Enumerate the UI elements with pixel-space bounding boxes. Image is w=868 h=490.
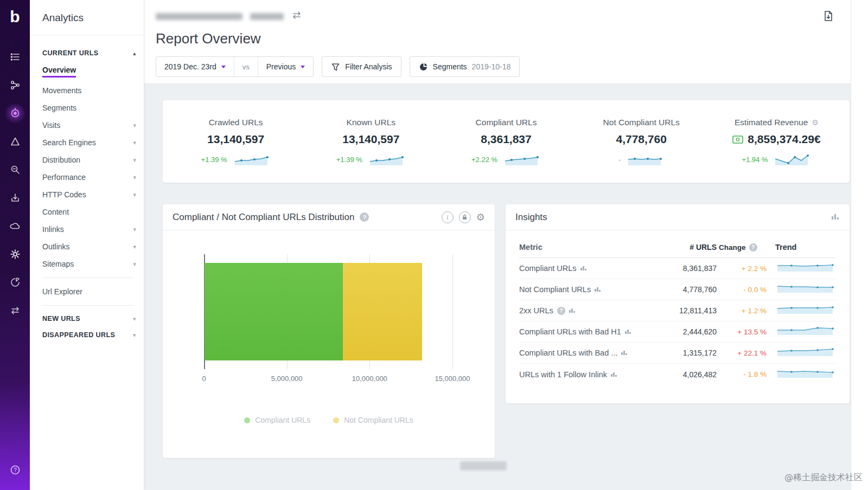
legend-not-compliant[interactable]: Not Compliant URLs bbox=[333, 416, 413, 424]
segments-pie-icon[interactable] bbox=[5, 272, 25, 293]
kpi-label: Crawled URLs bbox=[209, 118, 263, 127]
sidebar-item-performance[interactable]: Performance▾ bbox=[30, 169, 144, 186]
insights-row-2xx-urls[interactable]: 2xx URLs ? 12,811,413 + 1.2 % bbox=[519, 300, 836, 321]
section-label: DISAPPEARED URLS bbox=[42, 331, 115, 339]
sidebar-item-overview[interactable]: Overview bbox=[30, 61, 144, 82]
trend-sparkline bbox=[775, 325, 836, 336]
sidebar-item-sitemaps[interactable]: Sitemaps▾ bbox=[30, 255, 144, 273]
date-compare-group: 2019 Dec. 23rd vs Previous bbox=[156, 56, 314, 77]
chevron-down-icon: ▾ bbox=[133, 332, 136, 339]
list-icon[interactable] bbox=[5, 47, 25, 67]
switch-analysis-icon[interactable] bbox=[291, 10, 302, 22]
sidebar-item-search-engines[interactable]: Search Engines▾ bbox=[30, 134, 144, 151]
scrollbar-gutter[interactable] bbox=[851, 0, 868, 490]
swap-icon[interactable] bbox=[5, 300, 25, 321]
delta-icon[interactable] bbox=[5, 131, 25, 152]
page-title: Report Overview bbox=[156, 30, 868, 47]
sidebar-item-content[interactable]: Content bbox=[30, 203, 144, 221]
insights-panel-header: Insights bbox=[506, 204, 850, 230]
insights-row-not-compliant[interactable]: Not Compliant URLs 4,778,760 - 0.0 % bbox=[519, 279, 836, 300]
sidebar-title: Analytics bbox=[30, 0, 144, 35]
kpi-label: Not Compliant URLs bbox=[603, 118, 680, 127]
segment-chart-icon[interactable] bbox=[625, 327, 632, 336]
svg-text:?: ? bbox=[14, 467, 17, 473]
bar-segment-compliant[interactable] bbox=[205, 263, 343, 360]
sidebar-item-inlinks[interactable]: Inlinks▾ bbox=[30, 221, 144, 238]
add-chart-icon[interactable] bbox=[831, 212, 840, 222]
chevron-down-icon: ▾ bbox=[133, 157, 136, 164]
legend-compliant[interactable]: Compliant URLs bbox=[244, 416, 310, 424]
kpi-not-compliant-urls: Not Compliant URLs 4,778,760 - bbox=[574, 118, 709, 166]
segment-chart-icon[interactable] bbox=[580, 264, 588, 273]
toolbar: 2019 Dec. 23rd vs Previous Filter Analys… bbox=[156, 56, 868, 77]
help-tooltip-icon[interactable]: ? bbox=[557, 307, 565, 315]
info-icon[interactable]: i bbox=[442, 211, 454, 223]
sidebar-item-http-codes[interactable]: HTTP Codes▾ bbox=[30, 186, 144, 203]
col-change: Change ? bbox=[717, 243, 767, 252]
kpi-label: Estimated Revenue ⚙ bbox=[735, 118, 819, 127]
segment-chart-icon[interactable] bbox=[595, 285, 602, 294]
kpi-change: +2.22 % bbox=[471, 156, 497, 164]
insights-row-follow-inlink[interactable]: URLs with 1 Follow Inlink 4,026,482 - 1.… bbox=[519, 364, 836, 385]
segment-chart-icon[interactable] bbox=[611, 370, 618, 379]
gear-icon[interactable]: ⚙ bbox=[812, 118, 819, 127]
sidebar-item-segments[interactable]: Segments bbox=[30, 99, 144, 117]
insights-panel: Insights Metric # URLS Change bbox=[506, 204, 850, 403]
sidebar-item-distribution[interactable]: Distribution▾ bbox=[30, 151, 144, 169]
chevron-down-icon: ▾ bbox=[133, 226, 136, 233]
kpi-value: 13,140,597 bbox=[207, 133, 264, 146]
segment-chart-icon[interactable] bbox=[621, 349, 628, 357]
kpi-value: 13,140,597 bbox=[342, 133, 399, 146]
section-disappeared-urls[interactable]: DISAPPEARED URLS ▾ bbox=[30, 327, 144, 343]
sparkline bbox=[233, 152, 271, 166]
kpi-label: Compliant URLs bbox=[476, 118, 537, 127]
settings-gear-icon[interactable] bbox=[5, 244, 25, 265]
log-analyzer-icon[interactable] bbox=[5, 159, 25, 180]
botify-logo[interactable]: b bbox=[0, 0, 30, 34]
col-urls: # URLS bbox=[662, 243, 717, 252]
sidebar-item-outlinks[interactable]: Outlinks▾ bbox=[30, 238, 144, 255]
caret-down-icon bbox=[221, 66, 226, 68]
chart-settings-gear-icon[interactable]: ⚙ bbox=[476, 211, 485, 223]
kpi-change: +1.39 % bbox=[201, 156, 227, 164]
trend-sparkline bbox=[775, 283, 836, 294]
section-label: CURRENT URLS bbox=[42, 49, 98, 57]
help-tooltip-icon[interactable]: ? bbox=[360, 212, 369, 222]
kpi-value: 8,361,837 bbox=[481, 133, 531, 146]
sidebar-item-visits[interactable]: Visits▾ bbox=[30, 117, 144, 134]
lock-icon[interactable] bbox=[459, 211, 471, 223]
cloud-icon[interactable] bbox=[5, 216, 25, 236]
kpi-known-urls: Known URLs 13,140,597 +1.39 % bbox=[303, 118, 438, 166]
pie-icon bbox=[419, 62, 428, 72]
distribution-panel: Compliant / Not Compliant URLs Distribut… bbox=[163, 204, 495, 458]
date-selector[interactable]: 2019 Dec. 23rd bbox=[156, 57, 234, 76]
segments-button[interactable]: Segments 2019-10-18 bbox=[410, 56, 520, 77]
segments-date: 2019-10-18 bbox=[472, 62, 511, 71]
sidebar-item-url-explorer[interactable]: Url Explorer bbox=[30, 283, 144, 300]
col-metric: Metric bbox=[519, 243, 662, 252]
help-icon[interactable]: ? bbox=[5, 460, 25, 480]
section-current-urls[interactable]: CURRENT URLS ▴ bbox=[30, 45, 144, 61]
distribution-chart: 0 5,000,000 10,000,000 15,000,000 bbox=[163, 230, 495, 385]
sidebar-item-movements[interactable]: Movements bbox=[30, 82, 144, 99]
bar-segment-not-compliant[interactable] bbox=[343, 263, 422, 360]
movements-icon[interactable] bbox=[5, 75, 25, 95]
caret-down-icon bbox=[301, 66, 305, 68]
legend-dot-green bbox=[244, 417, 250, 423]
compare-selector[interactable]: Previous bbox=[258, 57, 313, 76]
sparkline bbox=[368, 152, 406, 166]
filter-analysis-button[interactable]: Filter Analysis bbox=[322, 56, 401, 77]
export-icon[interactable] bbox=[5, 188, 25, 208]
section-new-urls[interactable]: NEW URLS ▾ bbox=[30, 311, 144, 327]
insights-row-compliant[interactable]: Compliant URLs 8,361,837 + 2.2 % bbox=[519, 258, 836, 279]
insights-row-bad-h1[interactable]: Compliant URLs with Bad H1 2,444,620 + 1… bbox=[519, 321, 836, 343]
partially-visible-element bbox=[460, 461, 507, 470]
watermark: @稀土掘金技术社区 bbox=[784, 472, 863, 483]
analytics-icon[interactable] bbox=[5, 103, 25, 124]
insights-row-bad-description[interactable]: Compliant URLs with Bad ... 1,315,172 + … bbox=[519, 343, 836, 364]
segment-chart-icon[interactable] bbox=[569, 306, 576, 315]
breadcrumb bbox=[156, 10, 868, 23]
export-report-icon[interactable] bbox=[822, 10, 834, 24]
help-tooltip-icon[interactable]: ? bbox=[749, 243, 757, 252]
funnel-icon bbox=[331, 62, 340, 72]
